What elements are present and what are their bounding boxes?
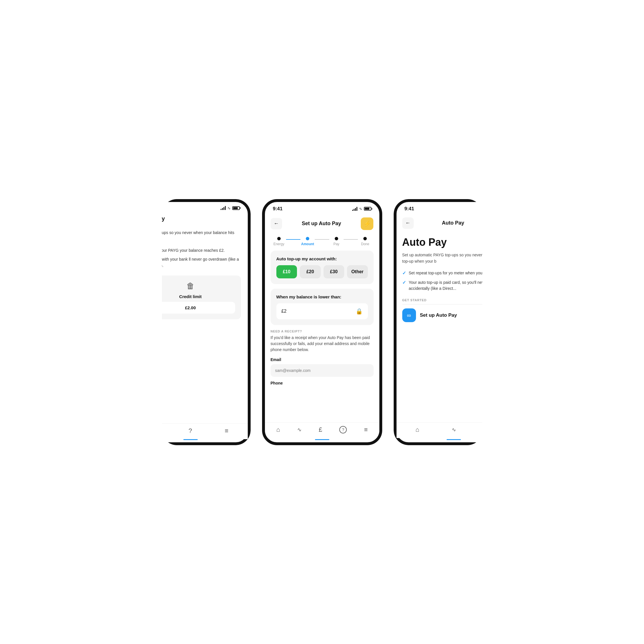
step-label-energy: Energy bbox=[274, 242, 284, 246]
step-label-amount: Amount bbox=[301, 242, 314, 246]
center-scroll-content[interactable]: Auto top-up my account with: £10 £20 £30… bbox=[265, 248, 379, 422]
home-icon: ⌂ bbox=[276, 426, 280, 433]
center-status-icons: ∿ bbox=[352, 207, 371, 211]
center-pound-icon: £ bbox=[319, 426, 322, 433]
center-nav-title: Set up Auto Pay bbox=[302, 221, 341, 227]
lightning-button[interactable]: ⚡ bbox=[361, 217, 373, 230]
center-tab-home[interactable]: ⌂ bbox=[276, 426, 280, 433]
lock-icon: 🔒 bbox=[356, 308, 363, 315]
check-mark-2: ✓ bbox=[402, 280, 406, 285]
balance-card-title: When my balance is lower than: bbox=[276, 294, 368, 299]
back-arrow-icon: ← bbox=[274, 221, 279, 227]
receipt-section: NEED A RECEIPT? If you'd like a receipt … bbox=[271, 330, 374, 385]
amount-btn-20[interactable]: £20 bbox=[300, 265, 321, 278]
left-phone-container: ∿ Auto Pay c PAYG top-ups so you never w… bbox=[162, 199, 251, 445]
battery-icon bbox=[232, 206, 240, 210]
center-wifi-icon: ∿ bbox=[359, 207, 362, 211]
amount-btn-other[interactable]: Other bbox=[347, 265, 368, 278]
left-page-title-area: Auto Pay bbox=[162, 213, 248, 227]
right-back-arrow-icon: ← bbox=[405, 220, 411, 226]
center-time: 9:41 bbox=[273, 206, 283, 212]
check-item-2: ✓ Your auto top-up is paid card, so you'… bbox=[402, 280, 482, 292]
left-status-bar: ∿ bbox=[162, 202, 248, 213]
center-tab-pound[interactable]: £ bbox=[319, 426, 322, 433]
right-nav-title: Auto Pay bbox=[442, 220, 464, 226]
step-pay: Pay bbox=[329, 237, 344, 246]
delete-card: 🗑 Credit limit £2.00 bbox=[162, 276, 241, 319]
amount-btn-30[interactable]: £30 bbox=[324, 265, 344, 278]
check-mark-1: ✓ bbox=[402, 270, 406, 276]
right-status-bar: 9:41 ∿ bbox=[397, 202, 482, 214]
step-line-1 bbox=[286, 239, 300, 240]
right-home-icon: ⌂ bbox=[415, 426, 419, 433]
step-dot-pay bbox=[335, 237, 338, 240]
setup-auto-pay-button[interactable]: ∞ Set up Auto Pay bbox=[402, 308, 482, 322]
right-tab-bar: ⌂ ∿ £ bbox=[397, 422, 482, 438]
email-label: Email bbox=[271, 357, 374, 362]
left-tab-bar: £ ? ≡ bbox=[162, 423, 248, 439]
graph-icon: ∿ bbox=[297, 427, 302, 433]
balance-card: When my balance is lower than: £2 🔒 bbox=[271, 289, 374, 325]
center-signal-icon bbox=[352, 207, 357, 211]
left-text2: op-ups for your PAYG your balance reache… bbox=[162, 247, 241, 253]
step-line-2 bbox=[315, 239, 329, 240]
trash-icon: 🗑 bbox=[187, 281, 195, 291]
auto-pay-title: Auto Pay bbox=[402, 236, 482, 248]
right-tab-home[interactable]: ⌂ bbox=[415, 426, 419, 433]
step-dot-amount bbox=[306, 237, 309, 240]
right-back-button[interactable]: ← bbox=[402, 217, 414, 229]
back-button[interactable]: ← bbox=[271, 218, 282, 229]
step-line-3 bbox=[344, 239, 358, 240]
left-page-title: Auto Pay bbox=[162, 215, 241, 222]
menu-icon: ≡ bbox=[225, 427, 229, 435]
progress-stepper: Energy Amount Pay Done bbox=[265, 233, 379, 248]
right-time: 9:41 bbox=[405, 206, 414, 212]
center-status-bar: 9:41 ∿ bbox=[265, 202, 379, 214]
step-label-pay: Pay bbox=[333, 242, 339, 246]
left-tab-help[interactable]: ? bbox=[189, 427, 192, 435]
get-started-label: GET STARTED bbox=[402, 298, 482, 302]
left-text3: o-up is paid with your bank ll never go … bbox=[162, 256, 241, 269]
receipt-desc: If you'd like a receipt when your Auto P… bbox=[271, 335, 374, 353]
credit-value: £2.00 bbox=[162, 302, 235, 314]
amount-card: Auto top-up my account with: £10 £20 £30… bbox=[271, 251, 374, 284]
step-dot-done bbox=[363, 237, 367, 240]
balance-row: £2 🔒 bbox=[276, 303, 368, 319]
right-graph-icon: ∿ bbox=[452, 427, 456, 433]
step-done: Done bbox=[358, 237, 372, 246]
check-text-2: Your auto top-up is paid card, so you'll… bbox=[409, 280, 482, 292]
center-tab-menu[interactable]: ≡ bbox=[364, 426, 368, 433]
left-status-icons: ∿ bbox=[221, 206, 240, 210]
right-phone: 9:41 ∿ ← Auto Pay bbox=[394, 199, 482, 445]
setup-btn-label: Set up Auto Pay bbox=[420, 312, 457, 318]
amount-btn-10[interactable]: £10 bbox=[276, 265, 297, 278]
right-nav-bar: ← Auto Pay bbox=[397, 214, 482, 232]
center-menu-icon: ≡ bbox=[364, 426, 368, 433]
check-list: ✓ Set repeat top-ups for yo meter when y… bbox=[402, 270, 482, 292]
left-content: c PAYG top-ups so you never when your ba… bbox=[162, 227, 248, 423]
step-label-done: Done bbox=[361, 242, 369, 246]
left-phone: ∿ Auto Pay c PAYG top-ups so you never w… bbox=[162, 199, 251, 445]
step-amount: Amount bbox=[300, 237, 315, 246]
step-energy: Energy bbox=[272, 237, 286, 246]
center-battery-icon bbox=[364, 207, 371, 211]
center-nav-bar: ← Set up Auto Pay ⚡ bbox=[265, 214, 379, 233]
center-tab-bar: ⌂ ∿ £ ? ≡ bbox=[265, 422, 379, 438]
email-input[interactable] bbox=[271, 364, 374, 377]
balance-value: £2 bbox=[282, 309, 287, 314]
center-help-icon: ? bbox=[339, 426, 347, 433]
phone-label: Phone bbox=[271, 381, 374, 385]
divider bbox=[402, 304, 482, 304]
step-dot-energy bbox=[277, 237, 281, 240]
center-tab-help[interactable]: ? bbox=[339, 426, 347, 433]
amount-card-title: Auto top-up my account with: bbox=[276, 256, 368, 261]
center-phone: 9:41 ∿ ← Set up Auto Pay ⚡ Energy bbox=[262, 199, 382, 445]
left-text1: c PAYG top-ups so you never when your ba… bbox=[162, 229, 241, 242]
credit-limit-label: Credit limit bbox=[179, 294, 201, 299]
center-tab-graph[interactable]: ∿ bbox=[297, 427, 302, 433]
right-phone-container: 9:41 ∿ ← Auto Pay bbox=[394, 199, 482, 445]
left-tab-menu[interactable]: ≡ bbox=[225, 427, 229, 435]
check-text-1: Set repeat top-ups for yo meter when you… bbox=[409, 270, 482, 276]
right-tab-graph[interactable]: ∿ bbox=[452, 427, 456, 433]
infinity-icon: ∞ bbox=[402, 308, 416, 322]
